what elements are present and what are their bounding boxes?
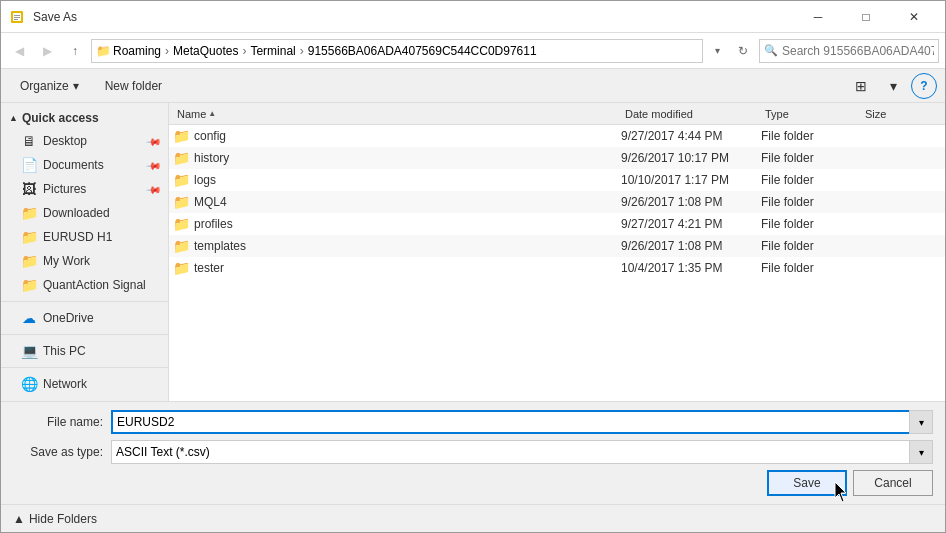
maximize-button[interactable]: □ xyxy=(843,1,889,33)
file-row[interactable]: 📁 history 9/26/2017 10:17 PM File folder xyxy=(169,147,945,169)
toolbar: Organize ▾ New folder ⊞ ▾ ? xyxy=(1,69,945,103)
file-cell-date: 9/27/2017 4:21 PM xyxy=(621,217,761,231)
up-button[interactable]: ↑ xyxy=(63,39,87,63)
file-name: config xyxy=(194,129,226,143)
sidebar-network-label: Network xyxy=(43,377,160,391)
back-button[interactable]: ◀ xyxy=(7,39,31,63)
breadcrumb-folder-icon: 📁 xyxy=(96,44,111,58)
file-list: 📁 config 9/27/2017 4:44 PM File folder 📁… xyxy=(169,125,945,401)
svg-marker-5 xyxy=(835,482,846,502)
cancel-button[interactable]: Cancel xyxy=(853,470,933,496)
filetype-select[interactable]: ASCII Text (*.csv) xyxy=(111,440,933,464)
file-cell-type: File folder xyxy=(761,151,861,165)
file-row[interactable]: 📁 logs 10/10/2017 1:17 PM File folder xyxy=(169,169,945,191)
save-label: Save xyxy=(793,476,820,490)
search-box[interactable]: 🔍 xyxy=(759,39,939,63)
minimize-button[interactable]: ─ xyxy=(795,1,841,33)
file-row[interactable]: 📁 templates 9/26/2017 1:08 PM File folde… xyxy=(169,235,945,257)
sidebar-pictures-label: Pictures xyxy=(43,182,142,196)
column-type-label: Type xyxy=(765,108,789,120)
column-header-name[interactable]: Name ▲ xyxy=(173,103,621,124)
sidebar-item-pictures[interactable]: 🖼 Pictures 📌 xyxy=(1,177,168,201)
refresh-button[interactable]: ↻ xyxy=(731,39,755,63)
file-cell-name: 📁 history xyxy=(173,150,621,166)
breadcrumb-guid-label: 915566BA06ADA407569C544CC0D97611 xyxy=(308,44,537,58)
file-list-area: Name ▲ Date modified Type Size 📁 config xyxy=(169,103,945,401)
folder-icon: 📁 xyxy=(173,172,190,188)
sidebar-divider-3 xyxy=(1,367,168,368)
filetype-label: Save as type: xyxy=(13,445,103,459)
svg-rect-3 xyxy=(14,17,20,18)
breadcrumb[interactable]: 📁 Roaming › MetaQuotes › Terminal › 9155… xyxy=(91,39,703,63)
file-cell-date: 9/26/2017 1:08 PM xyxy=(621,239,761,253)
sidebar-item-my-work[interactable]: 📁 My Work xyxy=(1,249,168,273)
view-dropdown-button[interactable]: ▾ xyxy=(879,73,907,99)
file-row[interactable]: 📁 profiles 9/27/2017 4:21 PM File folder xyxy=(169,213,945,235)
sidebar-item-this-pc[interactable]: 💻 This PC xyxy=(1,339,168,363)
organize-button[interactable]: Organize ▾ xyxy=(9,73,90,99)
sidebar-item-downloaded[interactable]: 📁 Downloaded xyxy=(1,201,168,225)
filetype-dropdown-icon: ▾ xyxy=(919,447,924,458)
sidebar-desktop-label: Desktop xyxy=(43,134,142,148)
back-icon: ◀ xyxy=(15,44,24,58)
dropdown-arrow-icon: ▾ xyxy=(715,45,720,56)
sidebar-item-network[interactable]: 🌐 Network xyxy=(1,372,168,396)
save-button[interactable]: Save xyxy=(767,470,847,496)
search-input[interactable] xyxy=(782,44,934,58)
network-icon: 🌐 xyxy=(21,376,37,392)
up-icon: ↑ xyxy=(72,44,78,58)
save-as-dialog: Save As ─ □ ✕ ◀ ▶ ↑ 📁 Roaming › MetaQuot… xyxy=(0,0,946,533)
filetype-dropdown-button[interactable]: ▾ xyxy=(909,440,933,464)
file-name: logs xyxy=(194,173,216,187)
sidebar-documents-label: Documents xyxy=(43,158,142,172)
new-folder-button[interactable]: New folder xyxy=(94,73,173,99)
file-row[interactable]: 📁 tester 10/4/2017 1:35 PM File folder xyxy=(169,257,945,279)
sidebar-item-quantaction[interactable]: 📁 QuantAction Signal xyxy=(1,273,168,297)
column-header-type[interactable]: Type xyxy=(761,103,861,124)
hide-folders-button[interactable]: ▲ Hide Folders xyxy=(13,512,97,526)
breadcrumb-metaquotes-label: MetaQuotes xyxy=(173,44,238,58)
file-row[interactable]: 📁 MQL4 9/26/2017 1:08 PM File folder xyxy=(169,191,945,213)
sort-arrow-icon: ▲ xyxy=(208,109,216,118)
breadcrumb-item-terminal[interactable]: Terminal xyxy=(250,44,295,58)
folder-icon: 📁 xyxy=(173,128,190,144)
file-cell-date: 10/10/2017 1:17 PM xyxy=(621,173,761,187)
file-cell-date: 10/4/2017 1:35 PM xyxy=(621,261,761,275)
file-cell-type: File folder xyxy=(761,195,861,209)
breadcrumb-dropdown-button[interactable]: ▾ xyxy=(707,39,727,63)
sidebar-item-eurusd[interactable]: 📁 EURUSD H1 xyxy=(1,225,168,249)
filename-row: File name: ▾ xyxy=(13,410,933,434)
pictures-pin-icon: 📌 xyxy=(146,181,162,197)
file-row[interactable]: 📁 config 9/27/2017 4:44 PM File folder xyxy=(169,125,945,147)
folder-icon: 📁 xyxy=(173,238,190,254)
view-button[interactable]: ⊞ xyxy=(847,73,875,99)
sidebar-item-desktop[interactable]: 🖥 Desktop 📌 xyxy=(1,129,168,153)
svg-rect-4 xyxy=(14,19,18,20)
sidebar-item-onedrive[interactable]: ☁ OneDrive xyxy=(1,306,168,330)
filename-input[interactable] xyxy=(111,410,933,434)
sidebar-item-documents[interactable]: 📄 Documents 📌 xyxy=(1,153,168,177)
forward-button[interactable]: ▶ xyxy=(35,39,59,63)
breadcrumb-item-roaming[interactable]: Roaming xyxy=(113,44,161,58)
filename-label: File name: xyxy=(13,415,103,429)
help-button[interactable]: ? xyxy=(911,73,937,99)
view-dropdown-icon: ▾ xyxy=(890,78,897,94)
breadcrumb-item-guid[interactable]: 915566BA06ADA407569C544CC0D97611 xyxy=(308,44,537,58)
breadcrumb-item-metaquotes[interactable]: MetaQuotes xyxy=(173,44,238,58)
quick-access-header[interactable]: ▲ Quick access xyxy=(1,107,168,129)
organize-arrow-icon: ▾ xyxy=(73,79,79,93)
close-button[interactable]: ✕ xyxy=(891,1,937,33)
main-content: ▲ Quick access 🖥 Desktop 📌 📄 Documents 📌… xyxy=(1,103,945,401)
title-bar-left: Save As xyxy=(9,9,77,25)
file-name: templates xyxy=(194,239,246,253)
folder-icon: 📁 xyxy=(173,150,190,166)
file-name: MQL4 xyxy=(194,195,227,209)
column-header-date[interactable]: Date modified xyxy=(621,103,761,124)
filename-dropdown-button[interactable]: ▾ xyxy=(909,410,933,434)
this-pc-icon: 💻 xyxy=(21,343,37,359)
organize-label: Organize xyxy=(20,79,69,93)
svg-rect-2 xyxy=(14,15,20,16)
file-cell-date: 9/26/2017 10:17 PM xyxy=(621,151,761,165)
column-date-label: Date modified xyxy=(625,108,693,120)
column-header-size[interactable]: Size xyxy=(861,103,941,124)
